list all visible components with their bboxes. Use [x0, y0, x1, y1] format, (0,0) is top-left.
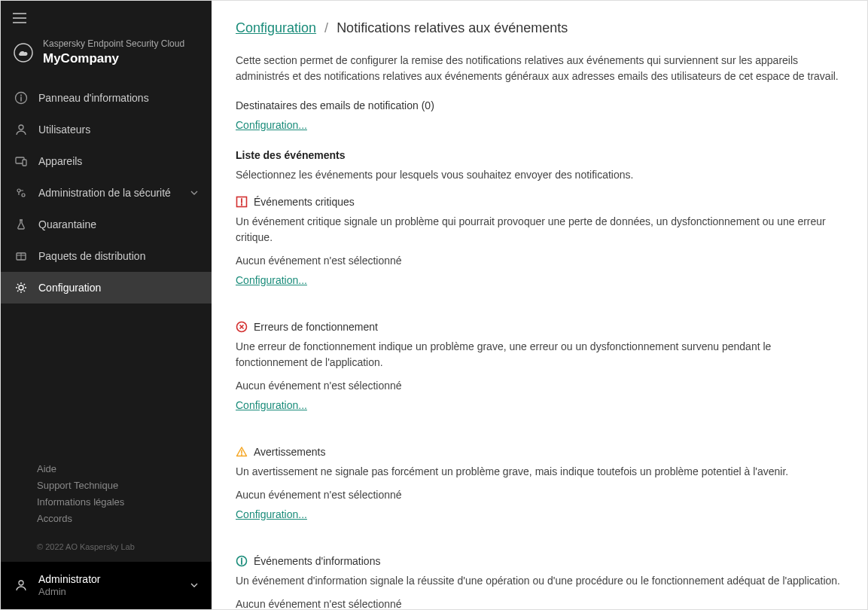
warning-icon	[236, 446, 248, 458]
sidebar-item-dashboard[interactable]: Panneau d'informations	[1, 82, 212, 114]
brand-company: MyCompany	[43, 50, 184, 67]
user-role: Admin	[38, 586, 180, 599]
intro-text: Cette section permet de configurer la re…	[236, 53, 843, 84]
event-block-error: Erreurs de fonctionnement Une erreur de …	[236, 321, 843, 429]
warning-desc: Un avertissement ne signale pas forcémen…	[236, 464, 843, 480]
info-status: Aucun événement n'est sélectionné	[236, 598, 843, 609]
sidebar: Kaspersky Endpoint Security Cloud MyComp…	[1, 1, 212, 609]
sidebar-item-label: Administration de la sécurité	[38, 187, 171, 199]
svg-point-8	[19, 285, 23, 290]
recipients-config-link[interactable]: Configuration...	[236, 119, 307, 131]
user-name: Administrator	[38, 572, 180, 586]
sidebar-item-devices[interactable]: Appareils	[1, 145, 212, 177]
user-bar[interactable]: Administrator Admin	[1, 562, 212, 609]
menu-toggle-button[interactable]	[13, 10, 26, 26]
sidebar-item-label: Paquets de distribution	[38, 250, 145, 262]
devices-icon	[14, 154, 28, 168]
package-icon	[14, 249, 28, 263]
error-title: Erreurs de fonctionnement	[254, 321, 378, 333]
brand: Kaspersky Endpoint Security Cloud MyComp…	[1, 29, 212, 82]
sidebar-item-label: Appareils	[38, 155, 82, 167]
footer-links: Aide Support Technique Informations léga…	[1, 452, 212, 536]
sidebar-item-users[interactable]: Utilisateurs	[1, 114, 212, 145]
warning-config-link[interactable]: Configuration...	[236, 508, 307, 520]
sidebar-item-label: Quarantaine	[38, 218, 96, 230]
breadcrumb: Configuration / Notifications relatives …	[236, 20, 843, 36]
chevron-down-icon	[190, 191, 198, 195]
user-icon	[14, 578, 28, 592]
brand-product: Kaspersky Endpoint Security Cloud	[43, 38, 184, 50]
event-block-critical: Événements critiques Un événement critiq…	[236, 196, 843, 304]
sidebar-item-security[interactable]: Administration de la sécurité	[1, 177, 212, 209]
info-desc: Un événement d'information signale la ré…	[236, 573, 843, 589]
info-title: Événements d'informations	[254, 555, 380, 567]
cloud-shield-icon	[13, 42, 34, 63]
critical-desc: Un événement critique signale un problèm…	[236, 214, 843, 246]
critical-icon	[236, 196, 248, 208]
events-hint: Sélectionnez les événements pour lesquel…	[236, 169, 843, 181]
nav: Panneau d'informations Utilisateurs Appa…	[1, 82, 212, 452]
main-content: Configuration / Notifications relatives …	[212, 1, 867, 609]
svg-point-6	[22, 194, 25, 197]
footer-agreements-link[interactable]: Accords	[37, 511, 175, 527]
footer-help-link[interactable]: Aide	[37, 461, 175, 477]
hamburger-icon	[13, 13, 26, 23]
events-list-title: Liste des événements	[236, 149, 843, 161]
svg-point-2	[19, 125, 23, 130]
event-block-warning: Avertissements Un avertissement ne signa…	[236, 446, 843, 538]
sidebar-item-label: Configuration	[38, 282, 101, 294]
sidebar-item-packages[interactable]: Paquets de distribution	[1, 240, 212, 272]
breadcrumb-separator: /	[324, 20, 328, 35]
sidebar-item-label: Utilisateurs	[38, 124, 90, 136]
critical-title: Événements critiques	[254, 196, 355, 208]
error-desc: Une erreur de fonctionnement indique un …	[236, 339, 843, 371]
warning-status: Aucun événement n'est sélectionné	[236, 489, 843, 501]
sidebar-item-configuration[interactable]: Configuration	[1, 272, 212, 303]
svg-rect-4	[23, 160, 26, 166]
recipients-label: Destinataires des emails de notification…	[236, 99, 843, 111]
footer-legal-link[interactable]: Informations légales	[37, 494, 175, 511]
chevron-down-icon	[190, 583, 198, 587]
svg-point-9	[19, 581, 23, 585]
footer-support-link[interactable]: Support Technique	[37, 477, 175, 494]
security-icon	[14, 186, 28, 200]
info-icon	[14, 91, 28, 105]
info-icon	[236, 555, 248, 567]
breadcrumb-current: Notifications relatives aux événements	[337, 20, 568, 35]
svg-point-5	[17, 189, 20, 192]
sidebar-item-label: Panneau d'informations	[38, 92, 149, 104]
error-config-link[interactable]: Configuration...	[236, 399, 307, 411]
error-icon	[236, 321, 248, 333]
event-block-info: Événements d'informations Un événement d…	[236, 555, 843, 609]
flask-icon	[14, 218, 28, 231]
warning-title: Avertissements	[254, 446, 325, 458]
copyright: © 2022 AO Kaspersky Lab	[1, 536, 212, 562]
critical-status: Aucun événement n'est sélectionné	[236, 255, 843, 267]
user-icon	[14, 123, 28, 136]
critical-config-link[interactable]: Configuration...	[236, 274, 307, 286]
gear-icon	[14, 281, 28, 294]
breadcrumb-root-link[interactable]: Configuration	[236, 20, 316, 35]
error-status: Aucun événement n'est sélectionné	[236, 380, 843, 392]
sidebar-item-quarantine[interactable]: Quarantaine	[1, 209, 212, 240]
